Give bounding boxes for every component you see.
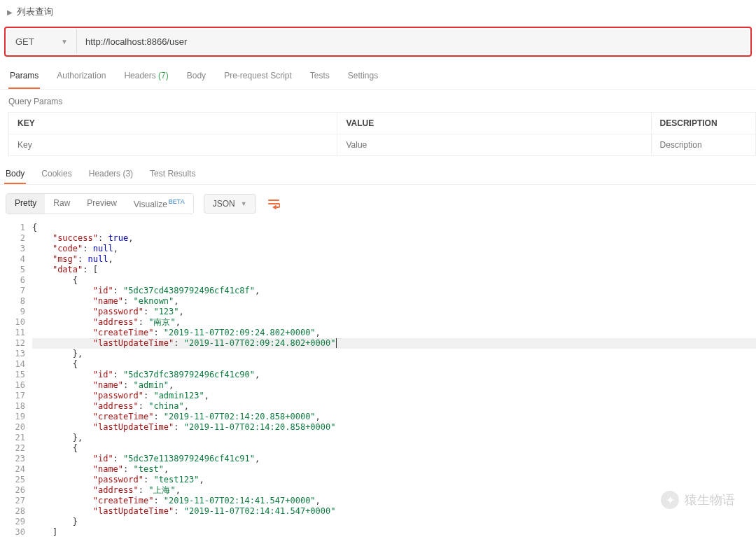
expand-icon[interactable]: ▶	[7, 8, 13, 16]
query-params-title: Query Params	[0, 90, 756, 112]
collection-header: ▶ 列表查询	[0, 0, 756, 24]
tab-tests[interactable]: Tests	[309, 64, 331, 89]
code-content[interactable]: { "success": true, "code": null, "msg": …	[32, 223, 756, 537]
format-select[interactable]: JSON ▼	[204, 194, 256, 214]
tab-headers-label: Headers	[124, 71, 155, 81]
tab-pre-request[interactable]: Pre-request Script	[223, 64, 293, 89]
view-mode-group: Pretty Raw Preview VisualizeBETA	[6, 193, 194, 214]
tab-headers[interactable]: Headers (7)	[122, 64, 169, 89]
table-header-row: KEY VALUE DESCRIPTION	[9, 113, 756, 134]
tab-body[interactable]: Body	[186, 64, 207, 89]
resp-tab-headers[interactable]: Headers (3)	[88, 165, 134, 184]
response-toolbar: Pretty Raw Preview VisualizeBETA JSON ▼	[0, 185, 756, 223]
resp-headers-count: (3)	[122, 169, 133, 179]
collection-title: 列表查询	[17, 6, 53, 18]
resp-tab-body[interactable]: Body	[4, 165, 26, 184]
tab-params[interactable]: Params	[8, 64, 40, 89]
wrap-lines-button[interactable]	[263, 194, 284, 214]
tab-settings[interactable]: Settings	[346, 64, 379, 89]
view-raw[interactable]: Raw	[45, 194, 78, 214]
resp-tab-cookies[interactable]: Cookies	[40, 165, 73, 184]
view-preview[interactable]: Preview	[78, 194, 125, 214]
view-pretty[interactable]: Pretty	[6, 194, 45, 214]
http-method-value: GET	[15, 36, 34, 47]
watermark-text: 猿生物语	[685, 491, 735, 508]
request-url-bar: GET ▼	[4, 27, 752, 57]
response-tabs: Body Cookies Headers (3) Test Results	[0, 156, 756, 185]
view-visualize[interactable]: VisualizeBETA	[125, 194, 193, 214]
col-description: DESCRIPTION	[651, 113, 755, 134]
beta-badge: BETA	[169, 198, 185, 205]
wechat-icon: ✦	[661, 491, 679, 509]
format-value: JSON	[213, 199, 235, 209]
value-input[interactable]	[346, 140, 642, 150]
col-value: VALUE	[337, 113, 651, 134]
tab-headers-count: (7)	[158, 71, 169, 81]
table-row	[9, 134, 756, 156]
http-method-select[interactable]: GET ▼	[7, 29, 77, 54]
visualize-label: Visualize	[134, 200, 167, 209]
watermark: ✦ 猿生物语	[661, 491, 735, 509]
col-key: KEY	[9, 113, 337, 134]
line-gutter: 1234567891011121314151617181920212223242…	[0, 223, 32, 537]
key-input[interactable]	[18, 140, 328, 150]
chevron-down-icon: ▼	[241, 200, 247, 207]
description-input[interactable]	[660, 140, 747, 150]
tab-authorization[interactable]: Authorization	[55, 64, 107, 89]
url-input[interactable]	[77, 29, 749, 54]
request-tabs: Params Authorization Headers (7) Body Pr…	[0, 64, 756, 90]
resp-headers-label: Headers	[89, 169, 120, 179]
response-body[interactable]: 1234567891011121314151617181920212223242…	[0, 223, 756, 537]
chevron-down-icon: ▼	[61, 38, 68, 46]
resp-tab-test-results[interactable]: Test Results	[148, 165, 197, 184]
query-params-table: KEY VALUE DESCRIPTION	[8, 112, 756, 156]
